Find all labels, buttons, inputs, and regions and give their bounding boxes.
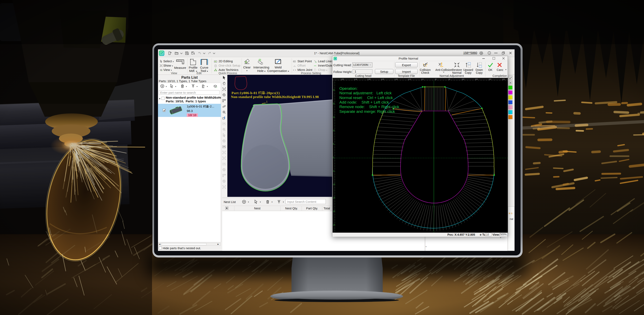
- svg-text:Normal adjustment: Left clic: Normal adjustment: Left click: [339, 91, 392, 95]
- svg-text:15: 15: [476, 78, 478, 80]
- svg-text:5: 5: [333, 143, 334, 144]
- svg-text:-10: -10: [409, 78, 411, 80]
- svg-text:-20: -20: [333, 210, 335, 212]
- svg-text:i: i: [489, 52, 490, 54]
- svg-text:Separate and merge: Right clic: Separate and merge: Right click: [339, 109, 395, 114]
- svg-text:1: 1: [266, 100, 268, 103]
- svg-text:-20: -20: [382, 78, 384, 80]
- svg-text:-5: -5: [333, 170, 334, 171]
- svg-text:-25: -25: [333, 224, 335, 225]
- svg-text:-15: -15: [396, 78, 398, 80]
- svg-text:5: 5: [449, 78, 450, 80]
- svg-text:Normal reset: Ctrl + Left c: Normal reset: Ctrl + Left click: [339, 96, 393, 100]
- svg-text:0: 0: [436, 78, 436, 80]
- svg-text:Add node: Shift + Left clic: Add node: Shift + Left click: [339, 100, 389, 104]
- svg-text:10: 10: [333, 130, 335, 131]
- svg-text:25: 25: [503, 78, 505, 80]
- svg-text:-30: -30: [355, 78, 357, 80]
- svg-text:15: 15: [333, 116, 335, 118]
- svg-text:-15: -15: [333, 197, 335, 198]
- svg-text:-35: -35: [342, 78, 344, 80]
- svg-text:20: 20: [333, 102, 335, 104]
- svg-text:Operation:: Operation:: [339, 86, 358, 90]
- svg-text:-10: -10: [333, 183, 335, 185]
- svg-text:Remove node: Shift + Right: Remove node: Shift + Right click: [339, 104, 399, 109]
- svg-text:-5: -5: [422, 78, 424, 80]
- svg-text:10: 10: [462, 78, 464, 80]
- svg-text:20: 20: [490, 78, 491, 80]
- svg-text:25: 25: [333, 89, 335, 90]
- svg-text:-25: -25: [368, 78, 370, 80]
- svg-text:0: 0: [333, 156, 334, 158]
